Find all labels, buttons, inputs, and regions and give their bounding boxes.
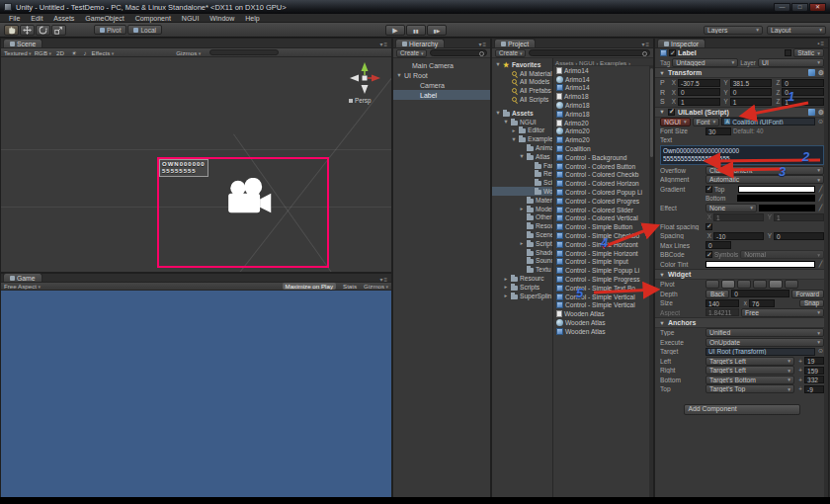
- pivot-align-button[interactable]: [706, 280, 719, 289]
- inspector-scrollbar[interactable]: [824, 48, 828, 497]
- fold-arrow-icon[interactable]: ▼: [659, 272, 665, 278]
- widget-header[interactable]: ▼ Widget: [655, 269, 828, 280]
- project-scrollbar[interactable]: [649, 66, 653, 497]
- fold-arrow-icon[interactable]: ▼: [495, 110, 501, 116]
- tab-scene[interactable]: Scene: [3, 39, 42, 47]
- help-icon[interactable]: [808, 109, 815, 116]
- project-tree-item[interactable]: Resou: [492, 221, 552, 230]
- project-tree-item[interactable]: Other: [492, 213, 552, 222]
- project-file-item[interactable]: Control - Simple Progress: [553, 275, 653, 284]
- effects-dropdown[interactable]: Effects: [92, 49, 115, 56]
- hand-tool-icon[interactable]: [4, 25, 19, 36]
- x-field[interactable]: -307.5: [678, 79, 720, 87]
- rotate-tool-icon[interactable]: [36, 25, 50, 36]
- project-tree-item[interactable]: ▸ SuperSplin: [492, 292, 552, 300]
- component-enabled-checkbox[interactable]: [668, 109, 675, 116]
- project-file-item[interactable]: Wooden Atlas: [553, 327, 653, 336]
- project-file-item[interactable]: Control - Simple Text Bo: [553, 284, 653, 293]
- gradient-bottom-swatch[interactable]: [737, 195, 815, 202]
- spacing-y-field[interactable]: 0: [774, 232, 824, 240]
- project-tree-item[interactable]: Scene: [492, 230, 552, 239]
- transform-header[interactable]: ▼ Transform ⚙: [655, 67, 828, 78]
- z-field[interactable]: 0: [782, 79, 824, 87]
- project-tree-item[interactable]: ▸ Resourc: [492, 274, 552, 283]
- project-tree-item[interactable]: Refi: [492, 170, 552, 179]
- rgb-dropdown[interactable]: RGB: [35, 49, 51, 56]
- maximize-on-play-toggle[interactable]: Maximize on Play: [283, 283, 337, 290]
- anchor-target-field[interactable]: UI Root (Transform): [706, 348, 815, 356]
- pivot-align-button[interactable]: [785, 280, 798, 289]
- project-panel-menu-icon[interactable]: ▾≡: [641, 41, 650, 47]
- project-file-item[interactable]: Arimo20: [553, 127, 653, 136]
- fold-arrow-icon[interactable]: ▼: [519, 153, 525, 159]
- project-tree-item[interactable]: SciF: [492, 178, 552, 187]
- max-lines-field[interactable]: 0: [706, 241, 731, 249]
- float-spacing-checkbox[interactable]: [706, 223, 712, 230]
- object-picker-icon[interactable]: ⊙: [817, 119, 824, 126]
- eyedropper-icon[interactable]: ╱: [817, 261, 824, 268]
- project-tree-item[interactable]: ▼ Assets: [492, 109, 552, 118]
- play-button[interactable]: ▶: [385, 25, 405, 36]
- gradient-checkbox[interactable]: [706, 186, 712, 193]
- fold-arrow-icon[interactable]: ▼: [659, 109, 665, 115]
- project-tree-item[interactable]: ▼ Favorites: [492, 60, 552, 69]
- eyedropper-icon[interactable]: ╱: [817, 205, 824, 211]
- fold-arrow-icon[interactable]: ▸: [519, 240, 525, 246]
- project-tree-item[interactable]: All Scripts: [492, 95, 552, 104]
- project-file-item[interactable]: Arimo14: [553, 75, 653, 84]
- object-picker-icon[interactable]: ⊙: [817, 348, 824, 355]
- anchor-mode-dropdown[interactable]: Target's Bottom: [706, 376, 794, 384]
- project-file-item[interactable]: Arimo14: [553, 84, 653, 93]
- layer-dropdown[interactable]: UI: [758, 58, 824, 67]
- gradient-top-swatch[interactable]: [738, 186, 815, 193]
- close-button[interactable]: ✕: [809, 3, 826, 12]
- game-panel-menu-icon[interactable]: ▾≡: [379, 276, 388, 283]
- effect-dropdown[interactable]: None: [706, 204, 757, 212]
- bbcode-checkbox[interactable]: [706, 251, 712, 258]
- lighting-toggle-icon[interactable]: ☀: [69, 49, 79, 56]
- project-tree-item[interactable]: Fan: [492, 161, 552, 170]
- project-file-item[interactable]: Arimo14: [553, 66, 653, 75]
- static-checkbox[interactable]: [785, 49, 791, 56]
- project-tree-item[interactable]: Sound: [492, 257, 552, 266]
- fold-arrow-icon[interactable]: ▸: [519, 206, 525, 211]
- static-dropdown[interactable]: Static: [793, 48, 824, 57]
- project-tree-item[interactable]: Woo: [492, 187, 552, 196]
- pivot-align-button[interactable]: [753, 280, 767, 289]
- eyedropper-icon[interactable]: ╱: [817, 195, 824, 202]
- project-tree-item[interactable]: ▼ Atlas: [492, 152, 552, 161]
- project-file-item[interactable]: Control - Colored Slider: [553, 206, 653, 214]
- project-tree-item[interactable]: Shade: [492, 248, 552, 257]
- project-create-button[interactable]: Create: [495, 49, 526, 57]
- scale-tool-icon[interactable]: [51, 25, 66, 36]
- project-tree-item[interactable]: All Prefabs: [492, 86, 552, 95]
- project-file-item[interactable]: Control - Colored Popup Li: [553, 188, 653, 197]
- snap-button[interactable]: Snap: [799, 299, 824, 308]
- fold-arrow-icon[interactable]: ▸: [503, 284, 509, 290]
- anchors-header[interactable]: ▼ Anchors: [655, 317, 828, 328]
- pivot-align-button[interactable]: [737, 280, 751, 289]
- game-viewport[interactable]: OWN000 55555555: [1, 291, 391, 497]
- text-input[interactable]: Own000000000000000000 555555555555555555…: [660, 145, 824, 165]
- project-file-item[interactable]: Arimo18: [553, 101, 653, 110]
- anchor-type-dropdown[interactable]: Unified: [706, 328, 824, 337]
- depth-field[interactable]: 0: [731, 290, 788, 297]
- project-file-item[interactable]: Control - Colored Horizon: [553, 179, 653, 188]
- project-file-item[interactable]: Control - Simple Button: [553, 222, 653, 231]
- depth-forward-button[interactable]: Forward: [791, 290, 824, 298]
- project-tree-item[interactable]: ▼ Examples: [492, 134, 552, 143]
- hierarchy-create-button[interactable]: Create: [396, 49, 427, 57]
- project-file-item[interactable]: Control - Background: [553, 153, 653, 162]
- hierarchy-panel-menu-icon[interactable]: ▾≡: [478, 41, 487, 47]
- y-field[interactable]: 1: [730, 98, 773, 106]
- project-tree-item[interactable]: Textu: [492, 265, 552, 274]
- font-type-dropdown[interactable]: Font: [693, 118, 719, 126]
- persp-label[interactable]: Persp: [349, 97, 371, 104]
- layout-dropdown[interactable]: Layout: [767, 26, 826, 35]
- x-field[interactable]: 0: [678, 88, 720, 96]
- menu-item[interactable]: Help: [240, 15, 264, 22]
- fold-arrow-icon[interactable]: ▼: [396, 72, 402, 78]
- project-tree-item[interactable]: Anima: [492, 143, 552, 152]
- hierarchy-item[interactable]: Camera: [393, 80, 490, 90]
- project-file-item[interactable]: Wooden Atlas: [553, 318, 653, 327]
